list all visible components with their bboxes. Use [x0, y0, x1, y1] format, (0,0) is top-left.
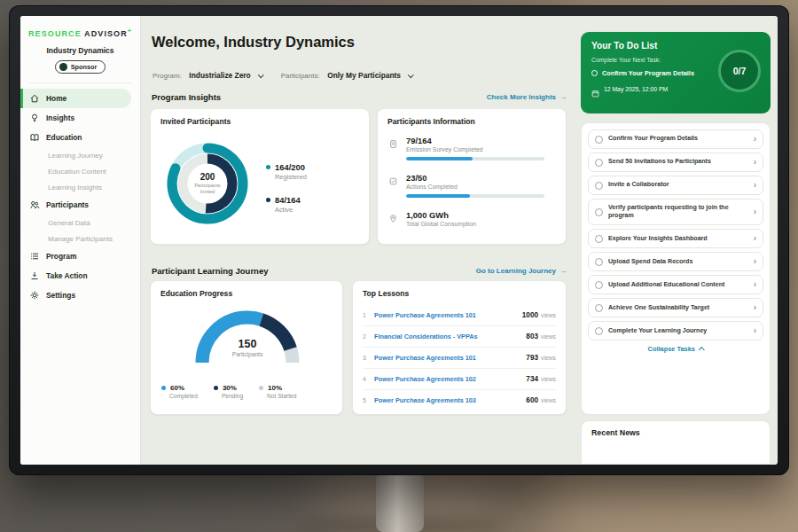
sidebar-item-general-data[interactable]: General Data — [20, 215, 140, 231]
sidebar-item-manage-participants[interactable]: Manage Participants — [20, 231, 140, 246]
lesson-rank: 1 — [363, 312, 374, 318]
collapse-tasks-link[interactable]: Collapse Tasks — [588, 345, 763, 353]
lesson-link[interactable]: Financial Considerations - VPPAs — [374, 332, 526, 340]
sidebar-item-learning-insights[interactable]: Learning Insights — [20, 179, 140, 195]
lesson-link[interactable]: Power Purchase Agreements 101 — [374, 311, 522, 319]
checkbox-circle-icon[interactable] — [595, 208, 603, 216]
filter-bar: Program: Industrialize Zero Participants… — [153, 66, 413, 82]
task-row[interactable]: Send 50 Invitations to Participants › — [588, 153, 763, 172]
legend-active: 84/164 Active — [266, 195, 307, 214]
stat-value: 23/50 — [406, 173, 546, 183]
lesson-row[interactable]: 4 Power Purchase Agreements 102 734 view… — [363, 368, 556, 389]
task-row[interactable]: Upload Additional Educational Content › — [588, 275, 763, 294]
go-to-learning-journey-link[interactable]: Go to Learning Journey→ — [476, 267, 567, 275]
app-logo: RESOURCE ADVISOR+ — [20, 27, 140, 38]
task-label: Explore Your Insights Dashboard — [608, 235, 748, 243]
page-title: Welcome, Industry Dynamics — [152, 34, 355, 51]
lesson-views: 793 — [526, 354, 538, 362]
task-row[interactable]: Verify participants requesting to join t… — [588, 199, 763, 225]
task-label: Achieve One Sustainability Target — [608, 304, 748, 312]
sidebar-item-label: Participants — [46, 200, 89, 209]
lesson-link[interactable]: Power Purchase Agreements 101 — [374, 354, 526, 362]
sidebar-item-label: Home — [46, 94, 66, 103]
sidebar-item-label: Take Action — [46, 271, 88, 280]
stat-label: Actions Completed — [406, 184, 546, 190]
task-label: Verify participants requesting to join t… — [608, 204, 748, 220]
checkbox-circle-icon[interactable] — [595, 136, 603, 144]
brand-secondary: ADVISOR — [84, 29, 128, 38]
location-pin-icon — [388, 211, 398, 221]
participants-filter[interactable]: Participants: Only My Participants — [281, 66, 413, 82]
check-more-insights-link[interactable]: Check More Insights→ — [487, 93, 567, 101]
task-row[interactable]: Upload Spend Data Records › — [588, 252, 763, 271]
checkbox-circle-icon[interactable] — [595, 235, 603, 243]
lesson-row[interactable]: 5 Power Purchase Agreements 103 600 view… — [363, 389, 556, 411]
arrow-right-icon: → — [559, 267, 567, 275]
insights-icon — [29, 113, 40, 123]
lesson-link[interactable]: Power Purchase Agreements 102 — [374, 375, 526, 383]
sidebar-item-label: Manage Participants — [48, 235, 113, 243]
sidebar-item-insights[interactable]: Insights — [20, 108, 140, 128]
link-label: Go to Learning Journey — [476, 267, 556, 275]
checkbox-circle-icon[interactable] — [595, 159, 603, 167]
scene: RESOURCE ADVISOR+ Industry Dynamics Spon… — [0, 0, 798, 532]
checkbox-circle-icon[interactable] — [595, 327, 603, 335]
program-filter[interactable]: Program: Industrialize Zero — [153, 66, 263, 82]
todo-next-task[interactable]: Confirm Your Program Details — [591, 69, 716, 77]
take-action-icon — [29, 270, 40, 281]
lesson-link[interactable]: Power Purchase Agreements 103 — [374, 396, 526, 404]
task-label: Upload Spend Data Records — [608, 258, 748, 266]
task-row[interactable]: Complete Your Learning Journey › — [588, 321, 763, 340]
todo-due-label: 12 May 2025, 12:00 PM — [604, 86, 668, 92]
task-row[interactable]: Confirm Your Program Details › — [588, 129, 763, 149]
task-row[interactable]: Invite a Collaborator › — [588, 176, 763, 195]
todo-summary-card: Your To Do List Complete Your Next Task:… — [581, 32, 771, 113]
task-row[interactable]: Achieve One Sustainability Target › — [588, 298, 763, 317]
lesson-row[interactable]: 2 Financial Considerations - VPPAs 803 v… — [363, 325, 556, 347]
sidebar-item-settings[interactable]: Settings — [20, 286, 140, 305]
sidebar-item-participants[interactable]: Participants — [20, 195, 140, 215]
lesson-row[interactable]: 1 Power Purchase Agreements 101 1000 vie… — [363, 304, 556, 325]
sidebar-item-education[interactable]: Education — [20, 128, 140, 147]
sidebar-item-learning-journey[interactable]: Learning Journey — [20, 147, 140, 163]
sidebar-item-label: Education — [46, 133, 82, 142]
checkbox-circle-icon[interactable] — [595, 281, 603, 289]
participants-filter-label: Participants: — [281, 72, 320, 80]
task-row[interactable]: Explore Your Insights Dashboard › — [588, 229, 763, 248]
tasks-list: Confirm Your Program Details › Send 50 I… — [581, 122, 771, 415]
sidebar-item-take-action[interactable]: Take Action — [20, 266, 140, 286]
sidebar-item-program[interactable]: Program — [20, 246, 140, 266]
card-title: Invited Participants — [160, 117, 231, 126]
sidebar-item-home[interactable]: Home — [20, 89, 131, 108]
checkbox-circle-icon[interactable] — [595, 258, 603, 266]
legend-value: 60% — [170, 384, 184, 392]
task-label: Upload Additional Educational Content — [608, 281, 748, 289]
sidebar: RESOURCE ADVISOR+ Industry Dynamics Spon… — [20, 16, 141, 465]
lesson-rank: 4 — [363, 376, 374, 382]
lesson-views-label: views — [541, 397, 556, 403]
gauge-legend: 60% Completed 30% Pending 10% Not Starte… — [161, 384, 296, 399]
stat-actions-completed: 23/50 Actions Completed — [388, 173, 546, 198]
checkbox-circle-icon[interactable] — [595, 304, 603, 312]
sidebar-item-label: Learning Insights — [48, 184, 102, 192]
lessons-list: 1 Power Purchase Agreements 101 1000 vie… — [363, 304, 556, 411]
collapse-tasks-label: Collapse Tasks — [648, 345, 695, 353]
education-gauge-chart: 150 Participants — [190, 306, 305, 370]
task-label: Send 50 Invitations to Participants — [608, 158, 748, 166]
section-title: Participant Learning Journey — [152, 266, 268, 276]
settings-icon — [29, 290, 40, 301]
lesson-views: 600 — [526, 396, 538, 404]
card-title: Top Lessons — [363, 289, 409, 298]
lesson-rank: 3 — [363, 355, 374, 361]
lesson-row[interactable]: 3 Power Purchase Agreements 101 793 view… — [363, 347, 556, 368]
stat-global-consumption: 1,000 GWh Total Global Consumption — [388, 210, 546, 227]
sidebar-item-education-content[interactable]: Education Content — [20, 163, 140, 179]
chevron-right-icon: › — [754, 158, 756, 167]
org-name: Industry Dynamics — [20, 46, 140, 55]
legend-label: Active — [275, 206, 307, 214]
lesson-views-label: views — [541, 312, 556, 318]
donut-center-value: 200 — [200, 172, 215, 182]
legend-not-started: 10% Not Started — [259, 384, 296, 399]
checkbox-circle-icon[interactable] — [595, 182, 603, 190]
progress-fill — [406, 157, 473, 160]
